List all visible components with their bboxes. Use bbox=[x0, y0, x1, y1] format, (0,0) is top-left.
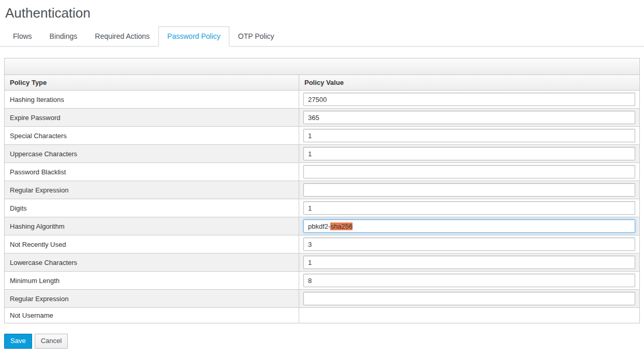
policy-value-cell bbox=[299, 181, 639, 199]
policy-value-cell bbox=[299, 235, 639, 253]
table-header-row: Policy Type Policy Value bbox=[5, 75, 639, 91]
policy-value-input[interactable] bbox=[303, 201, 635, 215]
policy-value-input[interactable] bbox=[303, 256, 635, 269]
policy-type-label: Digits bbox=[5, 199, 299, 217]
table-row: Minimum Length bbox=[5, 272, 639, 290]
tab-otp-policy[interactable]: OTP Policy bbox=[229, 26, 283, 47]
policy-value-input[interactable] bbox=[303, 111, 635, 124]
tab-password-policy[interactable]: Password Policy bbox=[158, 26, 229, 47]
page-title: Authentication bbox=[5, 5, 644, 21]
policy-value-input[interactable] bbox=[303, 274, 635, 287]
table-toolbar bbox=[5, 58, 639, 75]
policy-type-label: Regular Expression bbox=[5, 290, 299, 307]
table-row: Digits bbox=[5, 199, 639, 217]
policy-type-label: Not Username bbox=[5, 308, 299, 323]
column-header-policy-value: Policy Value bbox=[299, 75, 639, 90]
table-row: Lowercase Characters bbox=[5, 254, 639, 272]
policy-value-input[interactable] bbox=[303, 129, 635, 142]
policy-value-input[interactable] bbox=[303, 237, 635, 251]
input-text: pbkdf2- bbox=[308, 222, 330, 230]
table-row: Regular Expression bbox=[5, 290, 639, 308]
table-row: Hashing Iterations bbox=[5, 91, 639, 109]
policy-type-label: Expire Password bbox=[5, 109, 299, 126]
policy-type-label: Lowercase Characters bbox=[5, 254, 299, 271]
policy-value-cell bbox=[299, 163, 639, 181]
policy-value-cell bbox=[299, 109, 639, 126]
policy-value-cell bbox=[299, 145, 639, 162]
policy-type-label: Uppercase Characters bbox=[5, 145, 299, 162]
table-row: Password Blacklist bbox=[5, 163, 639, 181]
policy-type-label: Not Recently Used bbox=[5, 235, 299, 253]
policy-value-cell bbox=[299, 308, 639, 323]
policy-value-input[interactable] bbox=[303, 165, 635, 178]
table-row: Hashing Algorithm pbkdf2-sha256 bbox=[5, 217, 639, 235]
table-row: Special Characters bbox=[5, 127, 639, 145]
table-row: Expire Password bbox=[5, 109, 639, 127]
cancel-button[interactable]: Cancel bbox=[35, 334, 68, 349]
authentication-page: Authentication FlowsBindingsRequired Act… bbox=[0, 0, 644, 349]
policy-value-cell bbox=[299, 290, 639, 307]
policy-type-label: Password Blacklist bbox=[5, 163, 299, 181]
policy-value-cell bbox=[299, 199, 639, 217]
policy-value-input[interactable]: pbkdf2-sha256 bbox=[303, 219, 635, 233]
table-row: Not Recently Used bbox=[5, 235, 639, 254]
form-actions: Save Cancel bbox=[4, 334, 644, 349]
tab-bar: FlowsBindingsRequired ActionsPassword Po… bbox=[0, 26, 644, 47]
tab-required-actions[interactable]: Required Actions bbox=[86, 26, 158, 47]
policy-value-input[interactable] bbox=[303, 147, 635, 160]
policy-value-cell bbox=[299, 91, 639, 108]
save-button[interactable]: Save bbox=[4, 334, 32, 349]
policy-value-cell bbox=[299, 127, 639, 144]
policy-value-input[interactable] bbox=[303, 292, 635, 305]
table-row: Uppercase Characters bbox=[5, 145, 639, 163]
tab-bindings[interactable]: Bindings bbox=[41, 26, 86, 47]
table-row: Regular Expression bbox=[5, 181, 639, 199]
policy-value-input[interactable] bbox=[303, 183, 635, 197]
policy-type-label: Hashing Iterations bbox=[5, 91, 299, 108]
password-policy-table: Policy Type Policy Value Hashing Iterati… bbox=[4, 58, 640, 323]
policy-value-cell: pbkdf2-sha256 bbox=[299, 217, 639, 235]
policy-type-label: Minimum Length bbox=[5, 272, 299, 289]
table-body: Hashing Iterations Expire Password Speci… bbox=[5, 91, 639, 323]
policy-type-label: Regular Expression bbox=[5, 181, 299, 199]
policy-value-input[interactable] bbox=[303, 93, 635, 106]
policy-value-cell bbox=[299, 254, 639, 271]
policy-type-label: Special Characters bbox=[5, 127, 299, 144]
policy-type-label: Hashing Algorithm bbox=[5, 217, 299, 235]
selected-text: sha256 bbox=[330, 222, 353, 230]
column-header-policy-type: Policy Type bbox=[5, 75, 299, 90]
policy-value-cell bbox=[299, 272, 639, 289]
tab-flows[interactable]: Flows bbox=[4, 26, 41, 47]
table-row: Not Username bbox=[5, 308, 639, 323]
